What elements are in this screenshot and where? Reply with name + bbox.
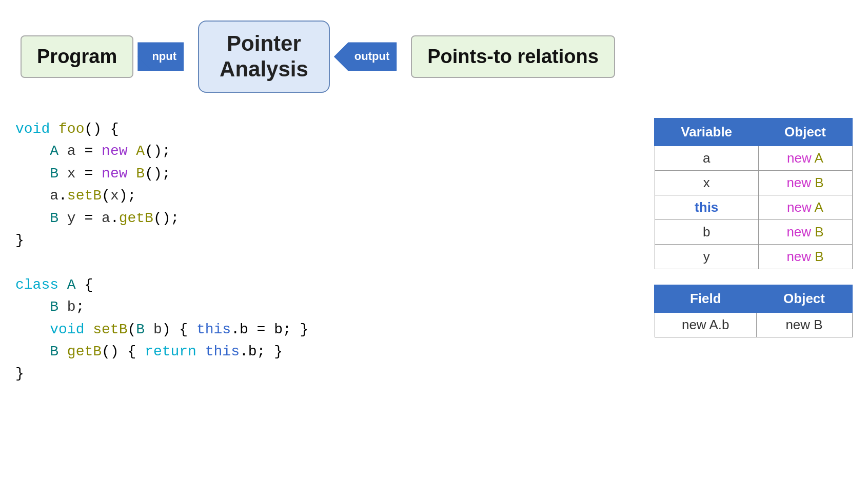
code-line-12: } — [15, 363, 308, 385]
code-line-5: B y = a.getB(); — [15, 207, 308, 229]
points-label: Points-to relations — [427, 46, 599, 67]
input-label: input — [149, 50, 176, 63]
code-line-1: void foo() { — [15, 118, 308, 140]
pts-obj-this: new A — [758, 195, 852, 220]
pa-line2: Analysis — [220, 56, 308, 82]
field-obj-1: new B — [756, 312, 852, 337]
code-line-3: B x = new B(); — [15, 163, 308, 185]
field-table: Field Object new A.b new B — [654, 285, 853, 337]
code-line-10: void setB(B b) { this.b = b; } — [15, 318, 308, 341]
code-line-2: A a = new A(); — [15, 140, 308, 162]
output-arrow: output — [334, 42, 397, 71]
pts-obj-a: new A — [758, 146, 852, 171]
pts-row-y: y new B — [655, 245, 852, 269]
pts-table: Variable Object a new A x new B this new… — [654, 118, 853, 269]
program-label: Program — [37, 46, 117, 67]
pointer-analysis-box: Pointer Analysis — [198, 21, 330, 93]
code-line-6: } — [15, 229, 308, 251]
output-label: output — [354, 50, 389, 63]
field-header-field: Field — [655, 285, 756, 312]
code-section: void foo() { A a = new A(); B x = new B(… — [15, 118, 308, 385]
points-to-box: Points-to relations — [411, 35, 615, 78]
pts-var-x: x — [655, 171, 758, 195]
field-header-object: Object — [756, 285, 852, 312]
program-box: Program — [21, 35, 133, 78]
code-line-4: a.setB(x); — [15, 185, 308, 207]
diagram-row: Program input Pointer Analysis output Po… — [0, 0, 868, 103]
pts-obj-x: new B — [758, 171, 852, 195]
pts-row-a: a new A — [655, 146, 852, 171]
field-field-1: new A.b — [655, 312, 756, 337]
pts-var-y: y — [655, 245, 758, 269]
code-line-9: B b; — [15, 296, 308, 318]
pts-header-variable: Variable — [655, 118, 758, 146]
pts-row-this: this new A — [655, 195, 852, 220]
code-line-11: B getB() { return this.b; } — [15, 341, 308, 363]
code-line-7 — [15, 251, 308, 273]
pts-row-x: x new B — [655, 171, 852, 195]
pts-obj-b: new B — [758, 220, 852, 245]
field-row-1: new A.b new B — [655, 312, 852, 337]
pts-header-object: Object — [758, 118, 852, 146]
pa-line1: Pointer — [220, 31, 308, 56]
pts-row-b: b new B — [655, 220, 852, 245]
pts-var-a: a — [655, 146, 758, 171]
input-arrow: input — [137, 42, 184, 71]
tables-section: Variable Object a new A x new B this new… — [654, 118, 853, 337]
pts-var-this: this — [655, 195, 758, 220]
pts-obj-y: new B — [758, 245, 852, 269]
code-line-8: class A { — [15, 274, 308, 296]
pts-var-b: b — [655, 220, 758, 245]
